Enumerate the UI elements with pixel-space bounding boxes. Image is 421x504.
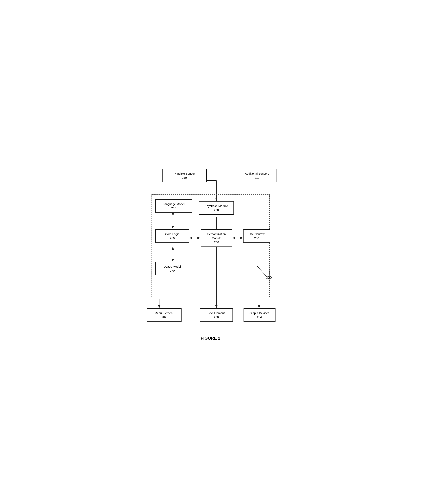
reference-label: 200 [266,276,272,280]
figure-label: FIGURE 2 [143,336,278,341]
usage-model-box: Usage Model 270 [155,262,189,275]
text-element-box: Text Element 280 [200,308,233,322]
additional-sensors-box: Additional Sensors 212 [238,169,276,182]
keystroke-module-box: Keystroke Module 220 [199,201,234,215]
core-logic-box: Core Logic 250 [155,229,189,243]
principle-sensor-box: Principle Sensor 210 [162,169,207,182]
menu-element-box: Menu Element 282 [147,308,182,322]
output-devices-box: Output Devices 284 [244,308,275,322]
use-context-box: Use Context 290 [243,229,270,243]
semantization-module-box: Semantization Module 240 [201,229,232,247]
language-model-box: Language Model 260 [155,199,192,213]
